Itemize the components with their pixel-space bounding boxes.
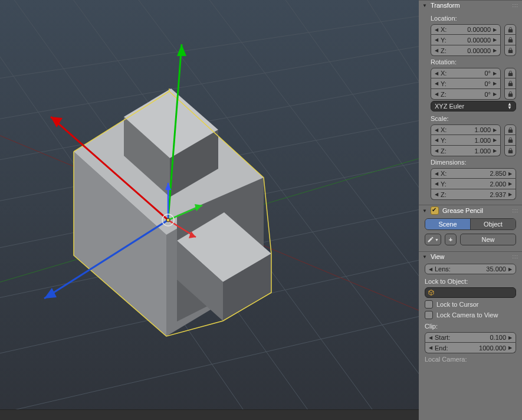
grip-icon: ::: [512,254,518,260]
rotation-label: Rotation: [431,56,516,68]
mesh-object[interactable] [74,88,271,336]
rotation-y-field[interactable]: ◀Y:0°▶ [431,78,501,89]
lock-location-x[interactable] [504,24,516,35]
panel-header-transform[interactable]: ▼ Transform ::: [419,1,522,10]
panel-grease-pencil: ▼ Grease Pencil ::: Scene Object ▼ + New [419,205,522,251]
rotation-z-field[interactable]: ◀Z:0°▶ [431,89,501,100]
chevron-right-icon: ▶ [493,48,497,53]
clip-label: Clip: [425,320,516,332]
location-z-field[interactable]: ◀ Z: 0.00000 ▶ [431,45,501,56]
scale-z-field[interactable]: ◀Z:1.000▶ [431,146,501,156]
grease-add-button[interactable]: + [445,234,457,245]
lock-rotation-x[interactable] [504,68,516,78]
dimensions-label: Dimensions: [431,156,516,168]
triangle-down-icon: ▼ [422,3,427,8]
chevron-down-icon: ▼ [435,238,439,242]
dim-y-field[interactable]: ◀Y:2.000▶ [431,179,516,189]
scale-label: Scale: [431,113,516,124]
svg-line-14 [360,0,419,165]
location-label: Location: [431,12,516,24]
grease-source-tabs[interactable]: Scene Object [425,218,516,230]
lock-location-y[interactable] [504,35,516,45]
local-camera-label: Local Camera: [425,353,516,365]
svg-line-0 [0,12,419,83]
lock-camera-row[interactable]: Lock Camera to View [425,310,516,320]
tab-object[interactable]: Object [470,219,516,229]
svg-line-7 [0,310,419,420]
location-y-field[interactable]: ◀ Y: 0.00000 ▶ [431,35,501,45]
lock-scale-x[interactable] [504,124,516,135]
chevron-right-icon: ▶ [493,37,497,42]
svg-line-13 [277,0,419,254]
scale-y-field[interactable]: ◀Y:1.000▶ [431,135,501,146]
viewport-canvas [0,0,419,420]
triangle-down-icon: ▼ [422,208,427,214]
lock-object-label: Lock to Object: [425,275,516,287]
lock-rotation-y[interactable] [504,78,516,89]
panel-header-grease[interactable]: ▼ Grease Pencil ::: [419,205,522,216]
svg-marker-33 [44,288,57,298]
panel-transform: ▼ Transform ::: Location: ◀ X: 0.00000 ▶ [419,0,522,205]
panel-title: Grease Pencil [442,207,483,214]
plus-icon: + [449,236,452,243]
lock-cursor-row[interactable]: Lock to Cursor [425,299,516,310]
lock-object-field[interactable] [425,287,516,298]
clip-start-field[interactable]: ◀Start:0.100▶ [425,332,516,343]
tab-scene[interactable]: Scene [425,219,470,229]
grip-icon: ::: [512,2,518,8]
panel-title: View [431,253,445,260]
lock-cursor-checkbox[interactable] [425,300,433,309]
lock-scale-z[interactable] [504,146,516,156]
lock-scale-y[interactable] [504,135,516,146]
cube-icon [428,289,435,296]
triangle-down-icon: ▼ [422,254,427,260]
clip-end-field[interactable]: ◀End:1000.000▶ [425,343,516,353]
panel-view: ▼ View ::: ◀ Lens: 35.000 ▶ Lock to Obje… [419,251,522,370]
viewport-header[interactable] [0,409,419,420]
svg-marker-29 [177,44,186,56]
lock-rotation-z[interactable] [504,89,516,100]
dim-x-field[interactable]: ◀X:2.850▶ [431,168,516,179]
location-x-field[interactable]: ◀ X: 0.00000 ▶ [431,24,501,35]
svg-line-1 [0,41,419,124]
panel-header-view[interactable]: ▼ View ::: [419,252,522,261]
rotation-mode-select[interactable]: XYZ Euler ▲▼ [431,101,516,111]
rotation-x-field[interactable]: ◀X:0°▶ [431,68,501,78]
grip-icon: ::: [512,208,518,214]
viewport-3d[interactable] [0,0,419,420]
properties-panel[interactable]: ▼ Transform ::: Location: ◀ X: 0.00000 ▶ [419,0,522,420]
lock-location-z[interactable] [504,45,516,56]
grease-new-button[interactable]: New [460,234,516,245]
chevron-updown-icon: ▲▼ [507,103,512,110]
grease-enable-checkbox[interactable] [431,206,439,215]
lens-field[interactable]: ◀ Lens: 35.000 ▶ [425,264,516,274]
scale-x-field[interactable]: ◀X:1.000▶ [431,124,501,135]
dim-z-field[interactable]: ◀Z:2.937▶ [431,189,516,200]
grease-pencil-icon-button[interactable]: ▼ [425,234,441,245]
chevron-right-icon: ▶ [493,27,497,32]
lock-camera-checkbox[interactable] [425,311,433,319]
svg-point-41 [166,218,170,222]
panel-title: Transform [431,2,460,9]
